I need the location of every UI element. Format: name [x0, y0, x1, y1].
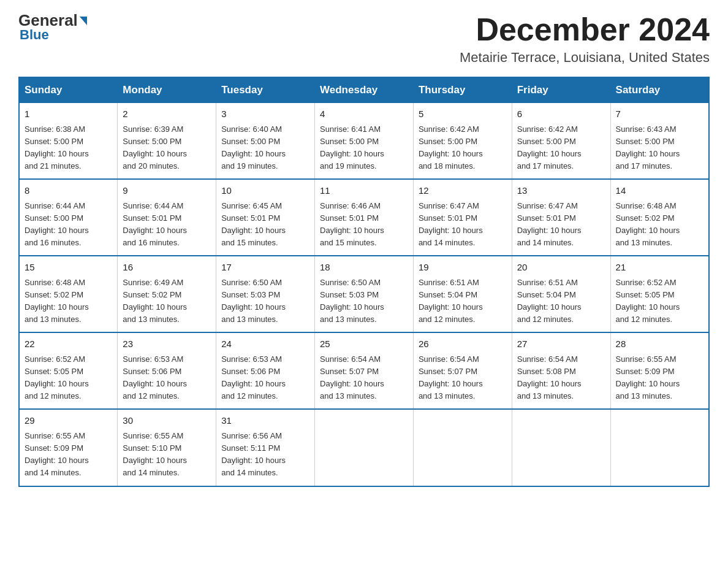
day-info: Sunrise: 6:49 AMSunset: 5:02 PMDaylight:…: [123, 277, 211, 326]
day-number: 22: [25, 337, 112, 351]
calendar-cell: 17Sunrise: 6:50 AMSunset: 5:03 PMDayligh…: [216, 256, 315, 332]
calendar-cell: 14Sunrise: 6:48 AMSunset: 5:02 PMDayligh…: [610, 179, 709, 256]
calendar-cell: 23Sunrise: 6:53 AMSunset: 5:06 PMDayligh…: [118, 332, 216, 409]
day-number: 12: [419, 184, 507, 198]
day-info: Sunrise: 6:45 AMSunset: 5:01 PMDaylight:…: [221, 200, 309, 250]
calendar-cell: 21Sunrise: 6:52 AMSunset: 5:05 PMDayligh…: [610, 256, 709, 332]
calendar-cell: 6Sunrise: 6:42 AMSunset: 5:00 PMDaylight…: [512, 103, 610, 180]
day-info: Sunrise: 6:50 AMSunset: 5:03 PMDaylight:…: [221, 277, 309, 326]
day-number: 31: [221, 414, 309, 428]
day-number: 15: [25, 261, 112, 275]
day-info: Sunrise: 6:39 AMSunset: 5:00 PMDaylight:…: [123, 123, 211, 173]
day-info: Sunrise: 6:51 AMSunset: 5:04 PMDaylight:…: [517, 277, 605, 326]
calendar-cell: 18Sunrise: 6:50 AMSunset: 5:03 PMDayligh…: [315, 256, 414, 332]
day-number: 18: [320, 261, 408, 275]
day-number: 6: [517, 107, 605, 121]
calendar-cell: 27Sunrise: 6:54 AMSunset: 5:08 PMDayligh…: [512, 332, 610, 409]
day-info: Sunrise: 6:42 AMSunset: 5:00 PMDaylight:…: [517, 123, 605, 173]
day-info: Sunrise: 6:55 AMSunset: 5:09 PMDaylight:…: [616, 353, 703, 403]
day-info: Sunrise: 6:42 AMSunset: 5:00 PMDaylight:…: [419, 123, 507, 173]
weekday-header-wednesday: Wednesday: [315, 77, 414, 103]
location-subtitle: Metairie Terrace, Louisiana, United Stat…: [460, 50, 710, 66]
day-number: 19: [419, 261, 507, 275]
calendar-cell: 26Sunrise: 6:54 AMSunset: 5:07 PMDayligh…: [413, 332, 512, 409]
calendar-week-row: 8Sunrise: 6:44 AMSunset: 5:00 PMDaylight…: [19, 179, 709, 256]
day-info: Sunrise: 6:47 AMSunset: 5:01 PMDaylight:…: [517, 200, 605, 250]
day-number: 30: [123, 414, 211, 428]
day-info: Sunrise: 6:54 AMSunset: 5:07 PMDaylight:…: [320, 353, 408, 403]
logo-general-text: General: [18, 12, 78, 28]
day-number: 29: [25, 414, 112, 428]
weekday-header-tuesday: Tuesday: [216, 77, 315, 103]
calendar-week-row: 29Sunrise: 6:55 AMSunset: 5:09 PMDayligh…: [19, 409, 709, 486]
calendar-cell: 5Sunrise: 6:42 AMSunset: 5:00 PMDaylight…: [413, 103, 512, 180]
day-info: Sunrise: 6:40 AMSunset: 5:00 PMDaylight:…: [221, 123, 309, 173]
day-info: Sunrise: 6:52 AMSunset: 5:05 PMDaylight:…: [616, 277, 703, 326]
day-number: 7: [616, 107, 703, 121]
calendar-week-row: 15Sunrise: 6:48 AMSunset: 5:02 PMDayligh…: [19, 256, 709, 332]
day-number: 5: [419, 107, 507, 121]
calendar-cell: 22Sunrise: 6:52 AMSunset: 5:05 PMDayligh…: [19, 332, 118, 409]
calendar-cell: 2Sunrise: 6:39 AMSunset: 5:00 PMDaylight…: [118, 103, 216, 180]
day-info: Sunrise: 6:44 AMSunset: 5:00 PMDaylight:…: [25, 200, 112, 250]
calendar-cell: 12Sunrise: 6:47 AMSunset: 5:01 PMDayligh…: [413, 179, 512, 256]
calendar-cell: 30Sunrise: 6:55 AMSunset: 5:10 PMDayligh…: [118, 409, 216, 486]
calendar-cell: [413, 409, 512, 486]
calendar-cell: 4Sunrise: 6:41 AMSunset: 5:00 PMDaylight…: [315, 103, 414, 180]
weekday-header-monday: Monday: [118, 77, 216, 103]
day-number: 16: [123, 261, 211, 275]
logo: General Blue: [18, 12, 87, 43]
logo-blue-text: Blue: [18, 27, 49, 43]
calendar-cell: 7Sunrise: 6:43 AMSunset: 5:00 PMDaylight…: [610, 103, 709, 180]
day-info: Sunrise: 6:55 AMSunset: 5:10 PMDaylight:…: [123, 430, 211, 480]
day-info: Sunrise: 6:56 AMSunset: 5:11 PMDaylight:…: [221, 430, 309, 480]
calendar-cell: 28Sunrise: 6:55 AMSunset: 5:09 PMDayligh…: [610, 332, 709, 409]
calendar-cell: 9Sunrise: 6:44 AMSunset: 5:01 PMDaylight…: [118, 179, 216, 256]
logo-arrow-icon: [80, 17, 87, 25]
calendar-cell: 1Sunrise: 6:38 AMSunset: 5:00 PMDaylight…: [19, 103, 118, 180]
calendar-cell: 10Sunrise: 6:45 AMSunset: 5:01 PMDayligh…: [216, 179, 315, 256]
calendar-cell: 25Sunrise: 6:54 AMSunset: 5:07 PMDayligh…: [315, 332, 414, 409]
calendar-cell: [315, 409, 414, 486]
calendar-cell: 20Sunrise: 6:51 AMSunset: 5:04 PMDayligh…: [512, 256, 610, 332]
calendar-cell: 19Sunrise: 6:51 AMSunset: 5:04 PMDayligh…: [413, 256, 512, 332]
day-info: Sunrise: 6:48 AMSunset: 5:02 PMDaylight:…: [616, 200, 703, 250]
calendar-table: SundayMondayTuesdayWednesdayThursdayFrid…: [18, 77, 710, 486]
day-info: Sunrise: 6:43 AMSunset: 5:00 PMDaylight:…: [616, 123, 703, 173]
day-number: 24: [221, 337, 309, 351]
calendar-cell: 8Sunrise: 6:44 AMSunset: 5:00 PMDaylight…: [19, 179, 118, 256]
calendar-cell: 15Sunrise: 6:48 AMSunset: 5:02 PMDayligh…: [19, 256, 118, 332]
calendar-cell: 3Sunrise: 6:40 AMSunset: 5:00 PMDaylight…: [216, 103, 315, 180]
month-title: December 2024: [460, 12, 710, 47]
calendar-cell: 31Sunrise: 6:56 AMSunset: 5:11 PMDayligh…: [216, 409, 315, 486]
day-info: Sunrise: 6:55 AMSunset: 5:09 PMDaylight:…: [25, 430, 112, 480]
weekday-header-thursday: Thursday: [413, 77, 512, 103]
day-number: 8: [25, 184, 112, 198]
calendar-week-row: 1Sunrise: 6:38 AMSunset: 5:00 PMDaylight…: [19, 103, 709, 180]
day-info: Sunrise: 6:41 AMSunset: 5:00 PMDaylight:…: [320, 123, 408, 173]
day-number: 11: [320, 184, 408, 198]
day-info: Sunrise: 6:44 AMSunset: 5:01 PMDaylight:…: [123, 200, 211, 250]
day-number: 17: [221, 261, 309, 275]
weekday-header-sunday: Sunday: [19, 77, 118, 103]
day-number: 4: [320, 107, 408, 121]
day-number: 23: [123, 337, 211, 351]
day-number: 1: [25, 107, 112, 121]
calendar-cell: 11Sunrise: 6:46 AMSunset: 5:01 PMDayligh…: [315, 179, 414, 256]
calendar-cell: [610, 409, 709, 486]
calendar-week-row: 22Sunrise: 6:52 AMSunset: 5:05 PMDayligh…: [19, 332, 709, 409]
day-number: 9: [123, 184, 211, 198]
day-info: Sunrise: 6:50 AMSunset: 5:03 PMDaylight:…: [320, 277, 408, 326]
day-number: 21: [616, 261, 703, 275]
calendar-cell: 13Sunrise: 6:47 AMSunset: 5:01 PMDayligh…: [512, 179, 610, 256]
day-info: Sunrise: 6:54 AMSunset: 5:07 PMDaylight:…: [419, 353, 507, 403]
title-block: December 2024 Metairie Terrace, Louisian…: [460, 12, 710, 66]
day-number: 25: [320, 337, 408, 351]
day-number: 13: [517, 184, 605, 198]
calendar-cell: [512, 409, 610, 486]
weekday-header-row: SundayMondayTuesdayWednesdayThursdayFrid…: [19, 77, 709, 103]
calendar-cell: 24Sunrise: 6:53 AMSunset: 5:06 PMDayligh…: [216, 332, 315, 409]
day-info: Sunrise: 6:52 AMSunset: 5:05 PMDaylight:…: [25, 353, 112, 403]
day-info: Sunrise: 6:47 AMSunset: 5:01 PMDaylight:…: [419, 200, 507, 250]
day-info: Sunrise: 6:53 AMSunset: 5:06 PMDaylight:…: [221, 353, 309, 403]
